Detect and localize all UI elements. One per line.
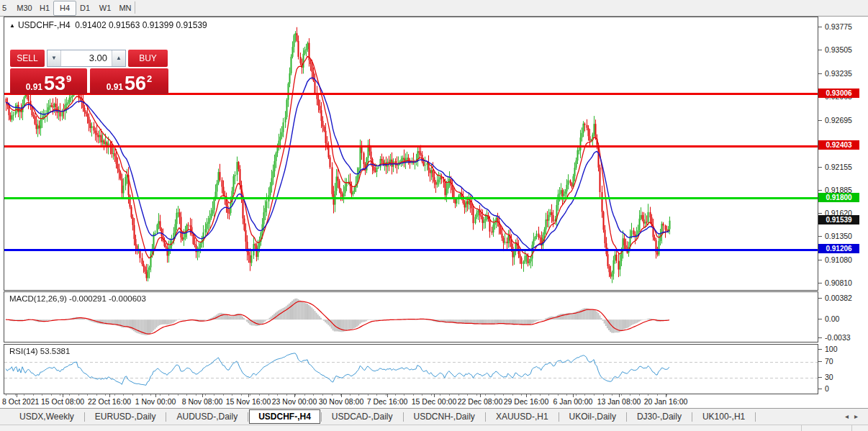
time-minor-tick xyxy=(123,394,124,396)
rsi-tick-label: 30 xyxy=(825,373,833,381)
time-minor-tick xyxy=(639,394,640,396)
time-minor-tick xyxy=(648,394,648,396)
time-minor-tick xyxy=(304,394,305,396)
time-minor-tick xyxy=(241,394,242,396)
rsi-label: RSI(14) 53.5381 xyxy=(9,347,70,355)
chart-tab-ukoil-daily[interactable]: UKOil-,Daily xyxy=(560,409,625,424)
volume-stepper: ▼ 3.00 ▲ xyxy=(47,50,126,67)
time-minor-tick xyxy=(603,394,604,396)
time-minor-tick xyxy=(449,394,450,396)
time-minor-tick xyxy=(186,394,187,396)
time-minor-tick xyxy=(51,394,52,396)
time-minor-tick xyxy=(69,394,70,396)
chart-tab-eurusd-daily[interactable]: EURUSD-,Daily xyxy=(86,409,166,424)
time-minor-tick xyxy=(485,394,486,396)
time-label: 22 Dec 08:00 xyxy=(458,397,502,406)
chart-tab-usdchf-h4[interactable]: USDCHF-,H4 xyxy=(249,409,320,424)
time-minor-tick xyxy=(621,394,622,396)
chart-title: ▲USDCHF-,H4 0.91402 0.91563 0.91399 0.91… xyxy=(9,20,207,30)
volume-increase-icon[interactable]: ▲ xyxy=(112,50,125,66)
price-tick-mark xyxy=(818,213,822,214)
price-tick-label: 0.90810 xyxy=(825,278,852,287)
time-minor-tick xyxy=(612,394,612,396)
time-minor-tick xyxy=(431,394,432,396)
time-label: 1 Nov 00:00 xyxy=(135,397,176,406)
time-minor-tick xyxy=(214,394,214,396)
time-minor-tick xyxy=(521,394,522,396)
time-minor-tick xyxy=(114,394,115,396)
sell-button[interactable]: SELL xyxy=(10,50,45,67)
price-tick-label: 0.93775 xyxy=(825,22,852,31)
buy-price-sup: 2 xyxy=(147,73,152,84)
time-minor-tick xyxy=(566,394,567,396)
volume-field[interactable]: 3.00 xyxy=(60,50,112,66)
chart-tab-xauusd-h1[interactable]: XAUUSD-,H1 xyxy=(487,409,558,424)
chart-tab-usdx-weekly[interactable]: USDX,Weekly xyxy=(10,409,83,424)
time-minor-tick xyxy=(268,394,269,396)
tab-separator xyxy=(626,412,627,422)
price-level-badge: 0.91539 xyxy=(818,215,859,224)
time-minor-tick xyxy=(358,394,359,396)
mt4-terminal: { "toolbar": { "timeframes": [ {"label":… xyxy=(0,0,868,431)
chart-tab-uk100-h1[interactable]: UK100-,H1 xyxy=(693,409,754,424)
rsi-tick-mark xyxy=(818,377,822,378)
time-minor-tick xyxy=(386,394,386,396)
time-minor-tick xyxy=(96,394,97,396)
time-label: 30 Nov 08:00 xyxy=(319,397,363,406)
time-minor-tick xyxy=(666,394,667,396)
price-level-badge: 0.93006 xyxy=(818,89,859,98)
status-strip xyxy=(0,425,868,431)
time-minor-tick xyxy=(87,394,88,396)
buy-button[interactable]: BUY xyxy=(128,50,168,67)
macd-tick-label: 0.00382 xyxy=(825,294,852,302)
time-label: 7 Dec 16:00 xyxy=(367,397,408,406)
time-minor-tick xyxy=(332,394,333,396)
chart-ohlc-values: 0.91402 0.91563 0.91399 0.91539 xyxy=(75,20,207,30)
time-minor-tick xyxy=(594,394,595,396)
macd-tick-mark xyxy=(818,298,822,299)
price-tick-mark xyxy=(818,190,822,191)
volume-decrease-icon[interactable]: ▼ xyxy=(48,50,60,66)
price-tick-label: 0.91350 xyxy=(825,232,852,240)
time-minor-tick xyxy=(350,394,351,396)
sell-price-box[interactable]: 0.91 53 9 xyxy=(10,68,87,94)
time-minor-tick xyxy=(322,394,323,396)
time-minor-tick xyxy=(78,394,79,396)
time-minor-tick xyxy=(395,394,396,396)
time-minor-tick xyxy=(15,394,16,396)
buy-price-big: 56 xyxy=(125,75,146,92)
tab-separator xyxy=(84,412,85,422)
sell-price-sup: 9 xyxy=(66,73,71,84)
price-tick-label: 0.92155 xyxy=(825,163,852,171)
time-minor-tick xyxy=(259,394,260,396)
price-level-badge: 0.91206 xyxy=(818,244,859,253)
tab-separator xyxy=(755,412,756,422)
time-minor-tick xyxy=(232,394,232,396)
time-minor-tick xyxy=(440,394,440,396)
trade-controls-row: SELL ▼ 3.00 ▲ BUY xyxy=(10,50,168,67)
chart-tab-usdcnh-daily[interactable]: USDCNH-,Daily xyxy=(404,409,484,424)
time-minor-tick xyxy=(24,394,24,396)
buy-price-box[interactable]: 0.91 56 2 xyxy=(90,68,168,94)
tab-separator xyxy=(248,412,248,422)
time-minor-tick xyxy=(160,394,161,396)
timeframe-button-mn[interactable]: MN xyxy=(114,1,137,16)
chart-tab-dj30-daily[interactable]: DJ30-,Daily xyxy=(628,409,691,424)
rsi-tick-label: 100 xyxy=(825,345,838,353)
time-minor-tick xyxy=(295,394,296,396)
one-click-trading-panel: SELL ▼ 3.00 ▲ BUY 0.91 53 9 0.91 56 2 xyxy=(10,50,168,94)
time-minor-tick xyxy=(413,394,414,396)
time-label: 6 Jan 00:00 xyxy=(553,397,593,406)
chart-tab-audusd-daily[interactable]: AUDUSD-,Daily xyxy=(167,409,247,424)
rsi-canvas[interactable] xyxy=(4,345,818,394)
time-label: 15 Oct 08:00 xyxy=(41,397,84,406)
tab-scroll-arrows[interactable]: ◂▸ xyxy=(845,412,864,420)
rsi-indicator-panel: RSI(14) 53.5381 xyxy=(4,344,818,394)
time-minor-tick xyxy=(584,394,585,396)
chart-tab-usdcad-daily[interactable]: USDCAD-,Daily xyxy=(322,409,402,424)
tab-separator xyxy=(559,412,559,422)
macd-tick-label: -0.0033 xyxy=(825,333,851,342)
time-minor-tick xyxy=(657,394,658,396)
price-tick-label: 0.93505 xyxy=(825,45,852,54)
time-label: 22 Oct 16:00 xyxy=(88,397,131,406)
